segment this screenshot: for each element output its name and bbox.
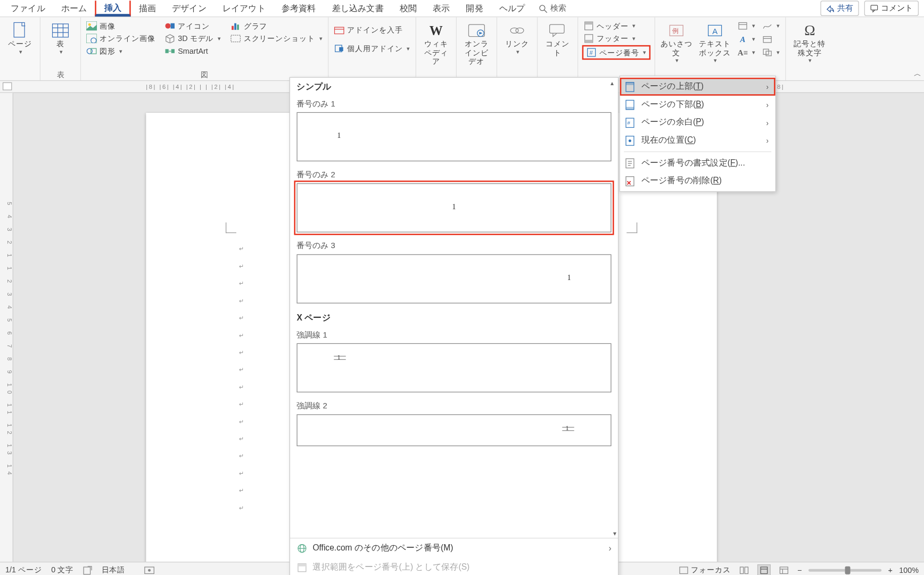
smartart-button[interactable]: SmartArt <box>163 45 222 57</box>
object-button[interactable] <box>761 46 781 58</box>
omega-icon: Ω <box>801 21 819 40</box>
textbox-button[interactable]: Aテキストボックス <box>698 20 732 65</box>
zoom-level[interactable]: 100% <box>899 566 919 574</box>
parts-icon <box>737 21 748 31</box>
svg-rect-24 <box>334 27 343 34</box>
tab-file[interactable]: ファイル <box>3 1 53 15</box>
online-video-button[interactable]: オンラインビデオ <box>460 20 492 67</box>
page-top-icon <box>625 81 636 92</box>
dropcap-button[interactable]: A≡ <box>736 46 757 58</box>
view-read-mode[interactable] <box>738 564 751 575</box>
tab-home[interactable]: ホーム <box>53 1 95 15</box>
online-pictures-button[interactable]: オンライン画像 <box>85 32 157 44</box>
gallery-item-2[interactable]: 1 <box>296 183 611 232</box>
chart-button[interactable]: グラフ <box>229 20 324 31</box>
tab-developer[interactable]: 開発 <box>458 1 491 15</box>
status-language[interactable]: 日本語 <box>102 565 126 575</box>
status-proof-icon[interactable] <box>83 565 92 574</box>
gallery-item-1[interactable]: 1 <box>296 112 611 161</box>
insert-comment-label: コメント <box>543 40 572 58</box>
pages-button[interactable]: ページ <box>4 20 36 56</box>
tab-view[interactable]: 表示 <box>425 1 458 15</box>
3d-models-button[interactable]: 3D モデル <box>163 32 222 44</box>
get-addins-label: アドインを入手 <box>347 25 403 35</box>
comments-button[interactable]: コメント <box>864 1 919 16</box>
submenu-format-label: ページ番号の書式設定(F)... <box>641 158 745 169</box>
datetime-button[interactable] <box>761 33 781 45</box>
greeting-button[interactable]: 例あいさつ文 <box>659 20 694 65</box>
submenu-current-position[interactable]: 現在の位置(C)› <box>620 132 776 150</box>
group-header-footer: ヘッダー フッター #ページ番号 <box>578 17 655 80</box>
pictures-button[interactable]: 画像 <box>85 20 157 31</box>
wikipedia-button[interactable]: Wウィキペディア <box>420 20 452 67</box>
svg-text:A: A <box>712 27 717 36</box>
gallery-more-office[interactable]: Office.com のその他のページ番号(M) › <box>290 538 618 557</box>
zoom-out-button[interactable]: − <box>797 566 802 574</box>
focus-mode-button[interactable]: フォーカス <box>679 565 731 575</box>
symbols-button[interactable]: Ω記号と特殊文字 <box>790 20 830 65</box>
tab-design[interactable]: デザイン <box>164 1 214 15</box>
group-comment: コメント <box>538 17 578 80</box>
gallery-scroll-up[interactable]: ▴ <box>607 79 616 88</box>
gallery-item-4[interactable]: 1 <box>296 343 611 392</box>
signature-button[interactable] <box>761 20 781 31</box>
table-button[interactable]: 表 <box>45 20 77 56</box>
video-icon <box>467 21 486 40</box>
group-link: リンク <box>497 17 538 80</box>
get-addins-button[interactable]: アドインを入手 <box>333 24 411 36</box>
group-media1: Wウィキペディア <box>416 17 457 80</box>
share-button[interactable]: 共有 <box>820 1 859 16</box>
tab-references[interactable]: 参考資料 <box>274 1 324 15</box>
gallery-item-2-label: 番号のみ 2 <box>290 167 618 182</box>
search-box[interactable]: 検索 <box>538 3 566 14</box>
zoom-slider[interactable] <box>808 569 881 571</box>
chart-icon <box>230 21 241 31</box>
store-icon <box>334 24 344 35</box>
tab-draw[interactable]: 描画 <box>131 1 164 15</box>
header-button[interactable]: ヘッダー <box>582 20 650 31</box>
status-macro-icon[interactable] <box>144 566 154 574</box>
screenshot-button[interactable]: スクリーンショット <box>229 32 324 44</box>
submenu-page-margins[interactable]: # ページの余白(P)› <box>620 113 776 132</box>
remove-icon <box>625 176 636 186</box>
page-margin-icon: # <box>625 117 636 128</box>
shapes-button[interactable]: 図形 <box>85 45 157 57</box>
view-print-layout[interactable] <box>757 564 771 575</box>
tab-help[interactable]: ヘルプ <box>491 1 533 15</box>
zoom-in-button[interactable]: + <box>888 566 892 574</box>
footer-button[interactable]: フッター <box>582 32 650 44</box>
submenu-page-top[interactable]: ページの上部(T)› <box>620 78 776 96</box>
submenu-remove-page-numbers[interactable]: ページ番号の削除(R) <box>620 172 776 190</box>
svg-text:#: # <box>589 50 593 56</box>
tab-layout[interactable]: レイアウト <box>214 1 274 15</box>
quick-parts-button[interactable] <box>736 20 757 31</box>
view-web-layout[interactable] <box>778 564 791 575</box>
submenu-page-bottom[interactable]: ページの下部(B)› <box>620 96 776 114</box>
svg-text:例: 例 <box>672 27 679 35</box>
tab-mailings[interactable]: 差し込み文書 <box>324 1 392 15</box>
page-number-button[interactable]: #ページ番号 <box>585 46 648 58</box>
footer-label: フッター <box>597 34 629 44</box>
insert-comment-button[interactable]: コメント <box>542 20 574 59</box>
gallery-item-5[interactable]: 1 <box>296 414 611 446</box>
gallery-scroll-down[interactable]: ▾ <box>613 530 616 537</box>
vertical-ruler[interactable]: 5 4 3 2 1 1 2 3 4 5 6 7 8 9 10 11 12 13 … <box>0 93 13 562</box>
paragraph-mark <box>239 298 244 304</box>
group-media2: オンラインビデオ <box>457 17 497 80</box>
status-word-count[interactable]: 0 文字 <box>51 565 73 575</box>
paragraph-mark <box>239 470 244 477</box>
svg-line-1 <box>544 10 547 12</box>
wordart-button[interactable]: A <box>736 33 757 45</box>
status-page[interactable]: 1/1 ページ <box>5 565 42 575</box>
my-addins-button[interactable]: 個人用アドイン <box>333 43 411 54</box>
link-button[interactable]: リンク <box>501 20 533 56</box>
submenu-format-page-numbers[interactable]: ページ番号の書式設定(F)... <box>620 154 776 172</box>
tab-insert[interactable]: 挿入 <box>95 1 130 17</box>
svg-point-0 <box>540 5 545 10</box>
svg-rect-18 <box>171 49 175 53</box>
gallery-item-3[interactable]: 1 <box>296 254 611 303</box>
ribbon-collapse-button[interactable]: ︿ <box>914 69 921 79</box>
tab-review[interactable]: 校閲 <box>392 1 425 15</box>
svg-rect-17 <box>166 49 169 53</box>
icons-button[interactable]: アイコン <box>163 20 222 31</box>
